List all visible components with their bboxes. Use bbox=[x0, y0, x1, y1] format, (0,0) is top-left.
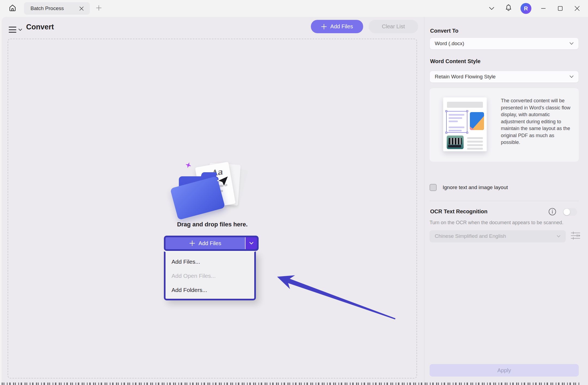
add-files-split-main[interactable]: Add Files bbox=[166, 237, 245, 249]
drag-drop-hint: Drag and drop files here. bbox=[8, 221, 416, 228]
table-thumbnail bbox=[447, 135, 464, 149]
clipped-bottom-text bbox=[2, 383, 580, 385]
new-tab-button[interactable] bbox=[95, 4, 103, 13]
chevron-down-icon bbox=[557, 235, 561, 238]
word-content-style-label: Word Content Style bbox=[430, 58, 480, 64]
ignore-layout-checkbox[interactable] bbox=[430, 184, 437, 191]
add-files-split-button: Add Files bbox=[164, 236, 259, 251]
ocr-language-value: Chinese Simplified and English bbox=[435, 233, 557, 239]
notifications-button[interactable] bbox=[504, 4, 513, 13]
convert-to-label: Convert To bbox=[430, 28, 458, 34]
ocr-title: OCR Text Recognition bbox=[430, 208, 488, 215]
tab-label: Batch Process bbox=[30, 5, 78, 11]
page-preview-illustration bbox=[443, 97, 487, 151]
bell-icon bbox=[504, 4, 513, 13]
menu-item-add-open-files: Add Open Files... bbox=[166, 269, 254, 283]
chevron-down-icon bbox=[249, 242, 253, 245]
tab-close-icon[interactable] bbox=[78, 5, 85, 12]
hamburger-icon bbox=[9, 27, 16, 33]
convert-to-value: Word (.docx) bbox=[435, 41, 569, 47]
word-content-style-select[interactable]: Retain Word Flowing Style bbox=[430, 71, 579, 83]
ocr-hint: Turn on the OCR when the document appear… bbox=[430, 220, 564, 226]
cursor-icon bbox=[216, 175, 229, 188]
add-files-dropdown-toggle[interactable] bbox=[246, 237, 257, 249]
titlebar-right-controls: R bbox=[487, 0, 588, 17]
home-icon bbox=[8, 4, 17, 13]
style-description: The converted content will be presented … bbox=[501, 97, 575, 146]
ignore-layout-row: Ignore text and image layout bbox=[430, 184, 508, 191]
info-icon[interactable] bbox=[548, 208, 556, 216]
sidebar-menu-toggle[interactable] bbox=[9, 25, 24, 34]
plus-icon bbox=[321, 24, 327, 30]
menu-item-add-folders[interactable]: Add Folders... bbox=[166, 283, 254, 297]
menu-item-add-files[interactable]: Add Files... bbox=[166, 255, 254, 269]
ocr-toggle[interactable] bbox=[563, 208, 577, 216]
file-drop-zone[interactable]: Aa Drag and drop files here. bbox=[8, 39, 417, 378]
toggle-knob bbox=[564, 209, 570, 215]
convert-settings-panel: Convert To Word (.docx) Word Content Sty… bbox=[430, 17, 582, 385]
folder-illustration: Aa bbox=[170, 162, 255, 227]
sliders-icon[interactable] bbox=[570, 230, 581, 241]
clear-list-button[interactable]: Clear List bbox=[369, 20, 418, 33]
apply-button[interactable]: Apply bbox=[430, 364, 579, 377]
add-files-label: Add Files bbox=[330, 23, 353, 30]
split-button-label: Add Files bbox=[198, 240, 221, 247]
plus-icon bbox=[189, 240, 195, 246]
title-bar: Batch Process R bbox=[0, 0, 588, 17]
sparkle-icon bbox=[185, 161, 192, 169]
chevron-down-icon bbox=[569, 42, 574, 45]
chevron-down-icon bbox=[19, 29, 22, 31]
add-files-button[interactable]: Add Files bbox=[311, 20, 363, 33]
ocr-row: OCR Text Recognition bbox=[430, 207, 579, 218]
app-content: Convert Add Files Clear List Aa Drag and bbox=[2, 17, 588, 385]
convert-to-select[interactable]: Word (.docx) bbox=[430, 38, 579, 50]
plus-icon bbox=[96, 5, 102, 12]
ocr-language-select[interactable]: Chinese Simplified and English bbox=[430, 230, 566, 242]
close-button[interactable] bbox=[572, 4, 582, 13]
ignore-layout-label: Ignore text and image layout bbox=[443, 184, 508, 190]
style-preview-card: The converted content will be presented … bbox=[430, 88, 579, 162]
tab-batch-process[interactable]: Batch Process bbox=[24, 2, 90, 15]
image-thumbnail bbox=[470, 112, 484, 130]
panel-divider bbox=[424, 17, 424, 385]
section-divider bbox=[430, 201, 579, 201]
clear-list-label: Clear List bbox=[382, 23, 405, 30]
avatar[interactable]: R bbox=[520, 3, 531, 14]
minimize-button[interactable] bbox=[538, 4, 548, 13]
word-content-style-value: Retain Word Flowing Style bbox=[435, 74, 569, 80]
maximize-button[interactable] bbox=[555, 4, 565, 13]
chevron-down-icon bbox=[569, 75, 574, 78]
annotation-arrow bbox=[274, 271, 405, 326]
home-button[interactable] bbox=[7, 2, 19, 14]
window-menu-chevron[interactable] bbox=[487, 4, 497, 13]
page-title: Convert bbox=[26, 23, 54, 31]
add-files-menu: Add Files... Add Open Files... Add Folde… bbox=[164, 251, 256, 300]
